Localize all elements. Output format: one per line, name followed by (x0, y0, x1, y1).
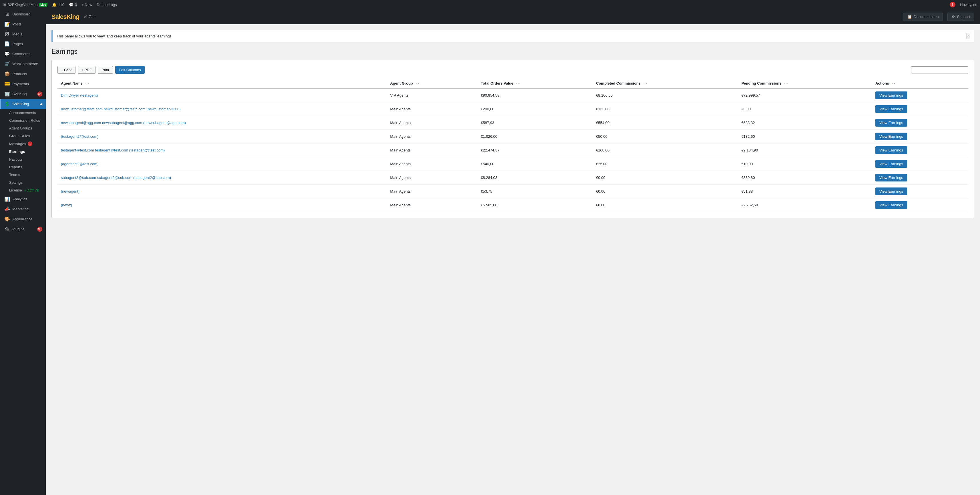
sidebar-label-plugins: Plugins (12, 227, 25, 231)
table-header-row: Agent Name ▲▼ Agent Group ▲▼ Total Order… (57, 78, 968, 89)
sidebar-sub-license[interactable]: License ✓ ACTIVE (0, 186, 46, 194)
sidebar-sub-earnings[interactable]: Earnings (0, 148, 46, 155)
comments-icon: 💬 (4, 51, 10, 57)
comment-count: 0 (75, 3, 77, 7)
notification-item[interactable]: 🔔 110 (52, 3, 64, 7)
cell-total-orders-3: €1.026,00 (477, 130, 593, 143)
agent-link-0[interactable]: Dim Dwyer (testagent) (61, 93, 98, 97)
alert-item[interactable]: ! (950, 2, 955, 8)
sort-completed[interactable]: ▲▼ (643, 82, 648, 85)
new-item[interactable]: + New (81, 3, 92, 7)
view-earnings-button-6[interactable]: View Earnings (875, 174, 907, 181)
doc-label: Documentation (914, 14, 939, 19)
sidebar-item-media[interactable]: 🖼 Media (0, 29, 46, 39)
sidebar-sub-commission-rules[interactable]: Commission Rules (0, 117, 46, 124)
agent-link-2[interactable]: newsubagent@agg.com newsubagent@agg.com … (61, 121, 186, 125)
pdf-button[interactable]: ↓ PDF (78, 66, 95, 74)
sidebar-item-dashboard[interactable]: ⊞ Dashboard (0, 9, 46, 19)
debug-logs-item[interactable]: Debug Logs (97, 3, 117, 7)
view-earnings-button-8[interactable]: View Earnings (875, 201, 907, 209)
agent-link-3[interactable]: (testagent2@test.com) (61, 134, 99, 139)
search-input[interactable] (911, 66, 968, 73)
cell-agent-group-8: Main Agents (387, 198, 477, 212)
support-button[interactable]: ⚙ Support (947, 13, 974, 21)
agent-link-6[interactable]: subagent2@sub.com subagent2@sub.com (sub… (61, 176, 171, 180)
sidebar-sub-group-rules[interactable]: Group Rules (0, 132, 46, 140)
documentation-button[interactable]: 📋 Documentation (903, 13, 943, 21)
cell-completed-7: €0,00 (593, 185, 738, 198)
cell-agent-group-1: Main Agents (387, 102, 477, 116)
sidebar-item-appearance[interactable]: 🎨 Appearance (0, 214, 46, 224)
sidebar-item-b2bking[interactable]: 🏢 B2BKing 84 (0, 89, 46, 99)
agent-link-8[interactable]: (newz) (61, 203, 72, 207)
sidebar-item-pages[interactable]: 📄 Pages (0, 39, 46, 49)
sidebar-item-salesking[interactable]: 💲 SalesKing ◀ (0, 99, 46, 109)
media-icon: 🖼 (4, 32, 10, 36)
view-earnings-button-7[interactable]: View Earnings (875, 187, 907, 195)
plugin-header: SalesKing v1.7.11 📋 Documentation ⚙ Supp… (46, 9, 980, 24)
sidebar-item-woocommerce[interactable]: 🛒 WooCommerce (0, 59, 46, 69)
sidebar-sub-teams[interactable]: Teams (0, 171, 46, 179)
cell-agent-name-5: (agenttest2@test.com) (57, 157, 387, 171)
comments-item[interactable]: 💬 0 (69, 3, 77, 7)
sidebar-item-comments[interactable]: 💬 Comments (0, 49, 46, 59)
table-toolbar: ↓ CSV ↓ PDF Print Edit Columns (57, 66, 968, 74)
sidebar-item-analytics[interactable]: 📊 Analytics (0, 194, 46, 204)
sidebar-label-products: Products (12, 72, 27, 76)
cell-actions-5: View Earnings (872, 157, 968, 171)
sidebar-sub-announcements[interactable]: Announcements (0, 109, 46, 117)
notice-close-button[interactable]: × (967, 33, 970, 39)
table-row: newsubagent@agg.com newsubagent@agg.com … (57, 116, 968, 130)
cell-completed-2: €554,00 (593, 116, 738, 130)
cell-completed-1: €133,00 (593, 102, 738, 116)
sidebar-sub-messages[interactable]: Messages 1 (0, 140, 46, 148)
pages-icon: 📄 (4, 41, 10, 47)
csv-button[interactable]: ↓ CSV (57, 66, 75, 74)
sidebar-sub-reports[interactable]: Reports (0, 163, 46, 171)
col-agent-name-label: Agent Name (61, 81, 83, 86)
comment-icon: 💬 (69, 3, 73, 7)
edit-columns-button[interactable]: Edit Columns (115, 66, 145, 74)
agent-link-4[interactable]: testagent@test.com testagent@test.com (t… (61, 148, 165, 152)
view-earnings-button-0[interactable]: View Earnings (875, 92, 907, 99)
sidebar-label-woocommerce: WooCommerce (12, 62, 38, 66)
sidebar: ⊞ Dashboard 📝 Posts 🖼 Media 📄 Pages 💬 Co… (0, 9, 46, 495)
sidebar-item-payments[interactable]: 💳 Payments (0, 79, 46, 89)
sidebar-item-products[interactable]: 📦 Products (0, 69, 46, 79)
earnings-table: Agent Name ▲▼ Agent Group ▲▼ Total Order… (57, 78, 968, 212)
sidebar-item-posts[interactable]: 📝 Posts (0, 19, 46, 29)
sidebar-item-marketing[interactable]: 📣 Marketing (0, 204, 46, 214)
view-earnings-button-2[interactable]: View Earnings (875, 119, 907, 127)
cell-agent-name-1: newcustomer@testc.com newcustomer@testc.… (57, 102, 387, 116)
messages-badge: 1 (28, 141, 32, 146)
view-earnings-button-3[interactable]: View Earnings (875, 133, 907, 140)
agent-link-1[interactable]: newcustomer@testc.com newcustomer@testc.… (61, 107, 181, 111)
agent-link-5[interactable]: (agenttest2@test.com) (61, 162, 99, 166)
cell-total-orders-8: €5.505,00 (477, 198, 593, 212)
sidebar-item-plugins[interactable]: 🔌 Plugins 98 (0, 224, 46, 234)
view-earnings-button-5[interactable]: View Earnings (875, 160, 907, 168)
cell-pending-4: €2.184,90 (738, 143, 872, 157)
cell-pending-7: €51,88 (738, 185, 872, 198)
sort-total-orders[interactable]: ▲▼ (515, 82, 520, 85)
b2bking-icon: 🏢 (4, 91, 10, 97)
view-earnings-button-4[interactable]: View Earnings (875, 146, 907, 154)
sort-actions[interactable]: ▲▼ (891, 82, 896, 85)
agent-link-7[interactable]: (newagent) (61, 189, 80, 194)
bell-icon: 🔔 (52, 3, 57, 7)
salesking-icon: 💲 (4, 101, 10, 106)
license-active-badge: ✓ ACTIVE (24, 189, 38, 192)
howdy-item[interactable]: Howdy, ds (960, 3, 977, 7)
cell-completed-0: €8.166,60 (593, 89, 738, 102)
sidebar-sub-payouts[interactable]: Payouts (0, 155, 46, 163)
site-name-item[interactable]: ⊞ B2BKingWorkMac Live (3, 3, 48, 7)
sidebar-sub-settings[interactable]: Settings (0, 179, 46, 186)
cell-agent-name-4: testagent@test.com testagent@test.com (t… (57, 143, 387, 157)
sort-agent-group[interactable]: ▲▼ (415, 82, 420, 85)
sort-agent-name[interactable]: ▲▼ (84, 82, 89, 85)
view-earnings-button-1[interactable]: View Earnings (875, 105, 907, 113)
sidebar-sub-agent-groups[interactable]: Agent Groups (0, 124, 46, 132)
table-row: (agenttest2@test.com) Main Agents €540,0… (57, 157, 968, 171)
sort-pending[interactable]: ▲▼ (784, 82, 788, 85)
print-button[interactable]: Print (98, 66, 113, 74)
